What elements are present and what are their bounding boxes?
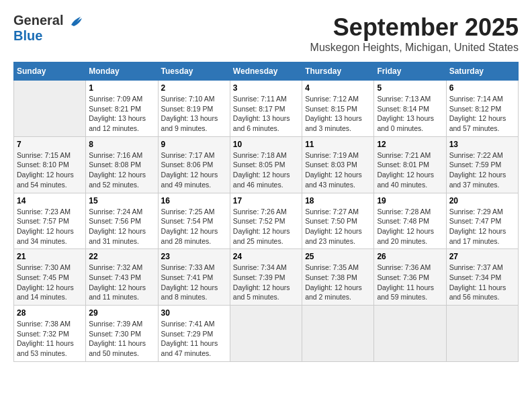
day-info: Sunrise: 7:41 AMSunset: 7:29 PMDaylight:… [161, 319, 227, 359]
calendar-cell: 23Sunrise: 7:33 AMSunset: 7:41 PMDayligh… [158, 249, 230, 306]
day-number: 30 [161, 308, 227, 318]
month-title: September 2025 [310, 13, 519, 42]
calendar-cell: 13Sunrise: 7:22 AMSunset: 7:59 PMDayligh… [446, 136, 518, 193]
day-info: Sunrise: 7:10 AMSunset: 8:19 PMDaylight:… [161, 94, 227, 134]
day-number: 25 [305, 252, 371, 261]
day-number: 24 [233, 252, 299, 261]
day-number: 13 [449, 140, 515, 149]
calendar-cell: 17Sunrise: 7:26 AMSunset: 7:52 PMDayligh… [230, 193, 302, 249]
calendar-cell: 27Sunrise: 7:37 AMSunset: 7:34 PMDayligh… [446, 249, 518, 306]
column-header-thursday: Thursday [302, 62, 374, 81]
calendar-cell: 28Sunrise: 7:38 AMSunset: 7:32 PMDayligh… [14, 306, 86, 362]
day-info: Sunrise: 7:25 AMSunset: 7:54 PMDaylight:… [161, 207, 227, 246]
calendar-cell: 10Sunrise: 7:18 AMSunset: 8:05 PMDayligh… [230, 136, 302, 193]
day-number: 26 [377, 252, 443, 261]
day-info: Sunrise: 7:26 AMSunset: 7:52 PMDaylight:… [233, 207, 299, 246]
calendar-cell [230, 306, 302, 362]
day-number: 10 [233, 140, 299, 149]
day-info: Sunrise: 7:39 AMSunset: 7:30 PMDaylight:… [89, 319, 154, 359]
calendar-cell: 12Sunrise: 7:21 AMSunset: 8:01 PMDayligh… [374, 136, 446, 193]
day-number: 5 [377, 83, 443, 93]
column-header-sunday: Sunday [14, 62, 86, 81]
day-number: 16 [161, 196, 227, 205]
column-header-monday: Monday [86, 62, 158, 81]
day-info: Sunrise: 7:28 AMSunset: 7:48 PMDaylight:… [377, 207, 443, 246]
day-info: Sunrise: 7:15 AMSunset: 8:10 PMDaylight:… [17, 150, 83, 190]
day-info: Sunrise: 7:36 AMSunset: 7:36 PMDaylight:… [377, 263, 443, 302]
day-info: Sunrise: 7:30 AMSunset: 7:45 PMDaylight:… [17, 263, 83, 302]
logo-bird-icon [69, 14, 83, 29]
calendar-cell: 21Sunrise: 7:30 AMSunset: 7:45 PMDayligh… [14, 249, 86, 306]
column-header-tuesday: Tuesday [158, 62, 230, 81]
day-info: Sunrise: 7:19 AMSunset: 8:03 PMDaylight:… [305, 150, 371, 190]
day-info: Sunrise: 7:13 AMSunset: 8:14 PMDaylight:… [377, 94, 443, 134]
day-number: 17 [233, 196, 299, 205]
calendar-cell [446, 306, 518, 362]
day-info: Sunrise: 7:38 AMSunset: 7:32 PMDaylight:… [17, 319, 83, 359]
day-number: 21 [17, 252, 83, 261]
title-area: September 2025 Muskegon Heights, Michiga… [310, 13, 519, 54]
logo-blue: Blue [13, 29, 83, 42]
day-number: 29 [89, 308, 154, 318]
day-info: Sunrise: 7:11 AMSunset: 8:17 PMDaylight:… [233, 94, 299, 134]
calendar-cell: 26Sunrise: 7:36 AMSunset: 7:36 PMDayligh… [374, 249, 446, 306]
day-number: 27 [449, 252, 515, 261]
calendar-cell: 16Sunrise: 7:25 AMSunset: 7:54 PMDayligh… [158, 193, 230, 249]
calendar-cell [374, 306, 446, 362]
calendar-cell: 29Sunrise: 7:39 AMSunset: 7:30 PMDayligh… [86, 306, 158, 362]
calendar-cell: 18Sunrise: 7:27 AMSunset: 7:50 PMDayligh… [302, 193, 374, 249]
day-number: 9 [161, 140, 227, 149]
calendar-cell: 15Sunrise: 7:24 AMSunset: 7:56 PMDayligh… [86, 193, 158, 249]
calendar-cell: 25Sunrise: 7:35 AMSunset: 7:38 PMDayligh… [302, 249, 374, 306]
day-number: 28 [17, 308, 83, 318]
calendar-cell: 8Sunrise: 7:16 AMSunset: 8:08 PMDaylight… [86, 136, 158, 193]
day-number: 23 [161, 252, 227, 261]
calendar-cell [14, 81, 86, 137]
column-header-saturday: Saturday [446, 62, 518, 81]
calendar-cell: 19Sunrise: 7:28 AMSunset: 7:48 PMDayligh… [374, 193, 446, 249]
day-number: 12 [377, 140, 443, 149]
day-number: 7 [17, 140, 83, 149]
column-header-wednesday: Wednesday [230, 62, 302, 81]
calendar-cell: 1Sunrise: 7:09 AMSunset: 8:21 PMDaylight… [86, 81, 158, 137]
day-number: 2 [161, 83, 227, 93]
calendar-cell: 30Sunrise: 7:41 AMSunset: 7:29 PMDayligh… [158, 306, 230, 362]
day-info: Sunrise: 7:09 AMSunset: 8:21 PMDaylight:… [89, 94, 154, 134]
day-info: Sunrise: 7:32 AMSunset: 7:43 PMDaylight:… [89, 263, 154, 302]
calendar-cell: 9Sunrise: 7:17 AMSunset: 8:06 PMDaylight… [158, 136, 230, 193]
logo: General Blue [13, 13, 83, 42]
calendar-cell: 22Sunrise: 7:32 AMSunset: 7:43 PMDayligh… [86, 249, 158, 306]
calendar-cell: 7Sunrise: 7:15 AMSunset: 8:10 PMDaylight… [14, 136, 86, 193]
day-number: 1 [89, 83, 154, 93]
day-info: Sunrise: 7:23 AMSunset: 7:57 PMDaylight:… [17, 207, 83, 246]
day-number: 6 [449, 83, 515, 93]
day-info: Sunrise: 7:17 AMSunset: 8:06 PMDaylight:… [161, 150, 227, 190]
calendar-cell: 5Sunrise: 7:13 AMSunset: 8:14 PMDaylight… [374, 81, 446, 137]
day-number: 14 [17, 196, 83, 205]
column-header-friday: Friday [374, 62, 446, 81]
day-number: 3 [233, 83, 299, 93]
day-info: Sunrise: 7:14 AMSunset: 8:12 PMDaylight:… [449, 94, 515, 134]
location-title: Muskegon Heights, Michigan, United State… [310, 42, 519, 54]
calendar-cell: 2Sunrise: 7:10 AMSunset: 8:19 PMDaylight… [158, 81, 230, 137]
day-info: Sunrise: 7:29 AMSunset: 7:47 PMDaylight:… [449, 207, 515, 246]
day-info: Sunrise: 7:22 AMSunset: 7:59 PMDaylight:… [449, 150, 515, 190]
day-number: 18 [305, 196, 371, 205]
day-number: 8 [89, 140, 154, 149]
calendar-cell [302, 306, 374, 362]
day-number: 11 [305, 140, 371, 149]
day-info: Sunrise: 7:18 AMSunset: 8:05 PMDaylight:… [233, 150, 299, 190]
logo-general: General [13, 13, 63, 28]
day-info: Sunrise: 7:24 AMSunset: 7:56 PMDaylight:… [89, 207, 154, 246]
day-info: Sunrise: 7:35 AMSunset: 7:38 PMDaylight:… [305, 263, 371, 302]
calendar-cell: 6Sunrise: 7:14 AMSunset: 8:12 PMDaylight… [446, 81, 518, 137]
calendar-cell: 24Sunrise: 7:34 AMSunset: 7:39 PMDayligh… [230, 249, 302, 306]
day-info: Sunrise: 7:34 AMSunset: 7:39 PMDaylight:… [233, 263, 299, 302]
day-info: Sunrise: 7:33 AMSunset: 7:41 PMDaylight:… [161, 263, 227, 302]
calendar-cell: 14Sunrise: 7:23 AMSunset: 7:57 PMDayligh… [14, 193, 86, 249]
day-number: 20 [449, 196, 515, 205]
day-info: Sunrise: 7:27 AMSunset: 7:50 PMDaylight:… [305, 207, 371, 246]
day-info: Sunrise: 7:37 AMSunset: 7:34 PMDaylight:… [449, 263, 515, 302]
day-number: 22 [89, 252, 154, 261]
day-number: 4 [305, 83, 371, 93]
